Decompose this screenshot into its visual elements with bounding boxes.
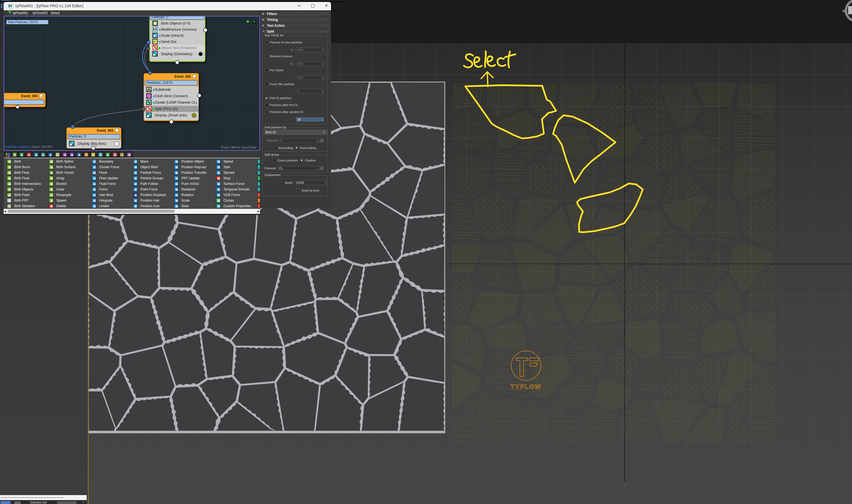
svg-text:W: W bbox=[842, 9, 846, 13]
svg-text:TYFLOW: TYFLOW bbox=[511, 383, 542, 390]
